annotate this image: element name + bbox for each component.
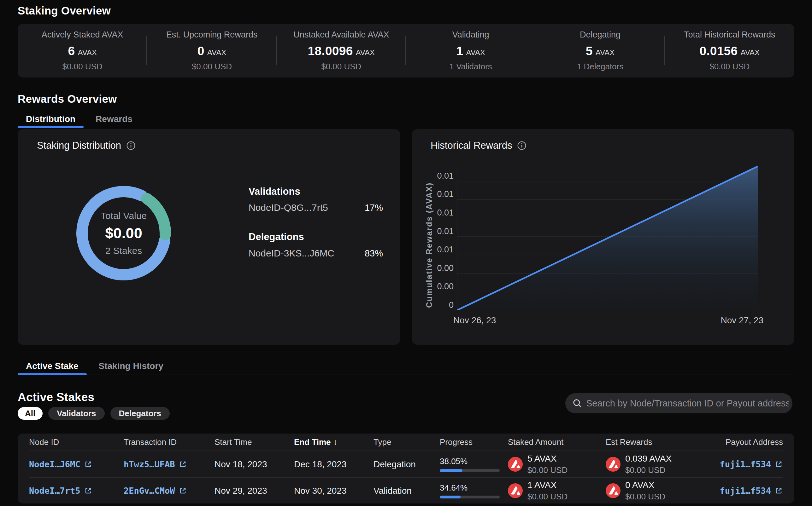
avax-logo-icon	[508, 457, 523, 472]
cumulative-rewards-plot	[457, 166, 758, 310]
avax-logo-icon	[606, 457, 620, 472]
x-axis-start-label: Nov 26, 23	[453, 315, 496, 326]
filter-all[interactable]: All	[18, 407, 43, 420]
stat-value: 5	[586, 44, 593, 58]
stat-label: Validating	[452, 30, 489, 40]
search-input[interactable]	[586, 398, 789, 409]
col-end-time-sort[interactable]: End Time↓	[294, 437, 374, 447]
table-header-row: Node ID Transaction ID Start Time End Ti…	[29, 433, 783, 451]
y-tick: 0.01	[428, 171, 454, 181]
search-icon	[572, 398, 582, 408]
historical-rewards-card: Cumulative Rewards (AVAX) 0.01 0.01 0.01…	[412, 129, 794, 345]
tab-distribution[interactable]: Distribution	[18, 114, 84, 128]
stat-sub: 1 Delegators	[577, 62, 623, 72]
col-progress: Progress	[440, 437, 508, 447]
stat-unstaked-available: Unstaked Available AVAX 18.0096AVAX $0.0…	[277, 24, 406, 78]
node-id-link[interactable]: NodeI…7rt5	[29, 486, 124, 496]
progress-cell: 34.64%	[440, 483, 508, 498]
staking-distribution-donut-chart: Total Value $0.00 2 Stakes	[67, 176, 181, 290]
info-icon[interactable]	[517, 141, 527, 150]
y-tick: 0.01	[428, 245, 454, 255]
progress-bar	[440, 469, 500, 472]
staking-overview-title: Staking Overview	[18, 4, 111, 17]
stat-unit: AVAX	[596, 48, 614, 57]
stat-label: Total Historical Rewards	[684, 30, 775, 40]
stake-search	[565, 393, 793, 413]
stat-value: 6	[68, 44, 75, 58]
avax-logo-icon	[508, 483, 523, 498]
active-stakes-title: Active Stakes	[18, 391, 94, 404]
staked-usd: $0.00 USD	[528, 466, 567, 475]
stat-sub: $0.00 USD	[192, 62, 232, 72]
validations-legend-item: NodeID-Q8G...7rt5 17%	[249, 202, 383, 213]
est-rewards-cell: 0 AVAX$0.00 USD	[606, 480, 717, 502]
delegation-percent: 83%	[365, 248, 383, 259]
y-tick: 0.01	[428, 208, 454, 218]
table-row: NodeI…J6MC hTwz5…UFAB Nov 18, 2023 Dec 1…	[29, 451, 783, 477]
stat-total-historical-rewards: Total Historical Rewards 0.0156AVAX $0.0…	[665, 24, 794, 78]
staked-avax: 1 AVAX	[528, 480, 567, 490]
col-start-time: Start Time	[214, 437, 294, 447]
est-rewards-usd: $0.00 USD	[625, 492, 665, 502]
stat-value: 18.0096	[308, 44, 353, 58]
stat-label: Actively Staked AVAX	[42, 30, 123, 40]
end-time: Nov 30, 2023	[294, 486, 374, 496]
y-tick: 0.01	[428, 227, 454, 236]
filter-validators[interactable]: Validators	[48, 407, 105, 420]
stake-type: Validation	[374, 486, 440, 496]
filter-delegators[interactable]: Delegators	[111, 407, 170, 420]
progress-bar	[440, 496, 500, 498]
progress-percent: 38.05%	[440, 456, 508, 466]
stat-label: Est. Upcoming Rewards	[166, 30, 258, 40]
validation-node-id: NodeID-Q8G...7rt5	[249, 202, 328, 213]
staked-avax: 5 AVAX	[528, 454, 567, 464]
delegations-heading: Delegations	[249, 231, 304, 243]
transaction-id-link[interactable]: hTwz5…UFAB	[124, 459, 214, 469]
stat-upcoming-rewards: Est. Upcoming Rewards 0AVAX $0.00 USD	[147, 24, 276, 78]
stat-validating: Validating 1AVAX 1 Validators	[406, 24, 535, 78]
tab-active-stake[interactable]: Active Stake	[18, 361, 87, 375]
payout-address-link[interactable]: fuji1…f534	[720, 459, 783, 469]
y-tick: 0.00	[428, 263, 454, 273]
donut-center-summary: Total Value $0.00 2 Stakes	[67, 176, 181, 290]
info-icon[interactable]	[126, 141, 136, 150]
staking-distribution-card: Total Value $0.00 2 Stakes Validations N…	[18, 129, 400, 345]
external-link-icon[interactable]	[84, 487, 92, 495]
stat-sub: $0.00 USD	[709, 62, 750, 72]
external-link-icon[interactable]	[179, 487, 187, 495]
external-link-icon[interactable]	[84, 460, 92, 469]
stake-filters: All Validators Delegators	[18, 407, 170, 420]
stat-unit: AVAX	[466, 48, 485, 57]
stat-actively-staked: Actively Staked AVAX 6AVAX $0.00 USD	[18, 24, 147, 78]
stat-sub: 1 Validators	[449, 62, 492, 72]
historical-rewards-title-row: Historical Rewards	[430, 140, 527, 151]
delegations-legend-item: NodeID-3KS...J6MC 83%	[249, 248, 383, 259]
external-link-icon[interactable]	[179, 460, 187, 469]
col-payout-address: Payout Address	[726, 437, 783, 447]
tab-staking-history[interactable]: Staking History	[90, 361, 172, 375]
col-node-id: Node ID	[29, 437, 124, 447]
tab-rewards[interactable]: Rewards	[87, 114, 141, 128]
staking-distribution-title: Staking Distribution	[37, 140, 121, 151]
table-row: NodeI…7rt5 2EnGv…CMoW Nov 29, 2023 Nov 3…	[29, 477, 783, 503]
historical-rewards-title: Historical Rewards	[430, 140, 512, 151]
progress-percent: 34.64%	[440, 483, 508, 493]
col-staked-amount: Staked Amount	[508, 437, 606, 447]
stake-type: Delegation	[374, 459, 440, 470]
external-link-icon[interactable]	[774, 487, 783, 495]
stat-sub: $0.00 USD	[62, 62, 103, 72]
node-id-link[interactable]: NodeI…J6MC	[29, 459, 124, 469]
transaction-id-link[interactable]: 2EnGv…CMoW	[124, 486, 214, 496]
x-axis-end-label: Nov 27, 23	[721, 315, 763, 326]
est-rewards-usd: $0.00 USD	[625, 466, 672, 475]
y-tick: 0	[428, 300, 454, 310]
external-link-icon[interactable]	[774, 460, 783, 469]
payout-address-link[interactable]: fuji1…f534	[720, 486, 783, 496]
stakes-count: 2 Stakes	[106, 245, 142, 256]
stat-value: 1	[456, 44, 463, 58]
sort-desc-arrow-icon: ↓	[333, 437, 338, 447]
stat-label: Unstaked Available AVAX	[293, 30, 389, 40]
total-value-label: Total Value	[100, 210, 147, 221]
est-rewards-cell: 0.039 AVAX$0.00 USD	[606, 454, 717, 475]
historical-rewards-line-chart	[457, 166, 758, 310]
